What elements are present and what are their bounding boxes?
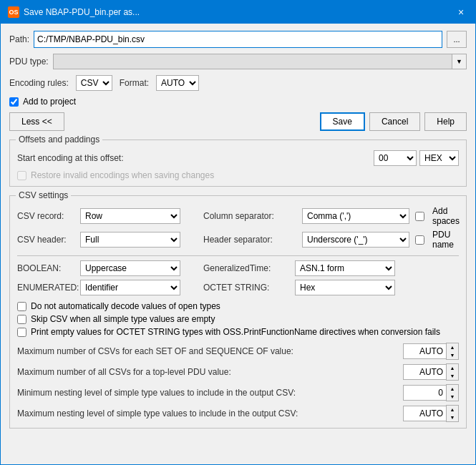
path-input[interactable]: [34, 31, 442, 48]
column-sep-label: Column separator:: [203, 211, 296, 221]
checkbox-row-2: Print empty values for OCTET STRING type…: [17, 327, 459, 337]
boolean-select[interactable]: Uppercase: [80, 260, 180, 276]
encoding-row: Encoding rules: CSV Format: AUTO: [9, 75, 467, 91]
pdu-type-row: PDU type: ▼: [9, 54, 467, 69]
encoding-label: Encoding rules:: [9, 78, 69, 88]
open-types-checkbox[interactable]: [17, 302, 26, 311]
offsets-legend: Offsets and paddings: [16, 134, 102, 145]
offset-format-select[interactable]: HEX: [419, 150, 459, 166]
title-bar: OS Save NBAP-PDU_bin.per as... ×: [1, 1, 475, 24]
open-types-label[interactable]: Do not automatically decode values of op…: [31, 301, 220, 311]
checkbox-group: Do not automatically decode values of op…: [17, 301, 459, 337]
save-button[interactable]: Save: [320, 112, 365, 131]
restore-checkbox[interactable]: [17, 171, 26, 180]
checkbox-row-0: Do not automatically decode values of op…: [17, 301, 459, 311]
title-bar-left: OS Save NBAP-PDU_bin.per as...: [8, 6, 140, 18]
octet-string-select[interactable]: Hex: [295, 280, 395, 295]
action-buttons-row: Less << Save Cancel Help: [9, 112, 467, 131]
max-down-2[interactable]: ▼: [447, 393, 458, 401]
max-input-1[interactable]: [403, 364, 446, 380]
header-sep-label: Header separator:: [203, 235, 296, 245]
max-row-1: Maximum number of all CSVs for a top-lev…: [17, 363, 459, 381]
max-spinbox-3: ▲ ▼: [403, 405, 459, 422]
skip-csv-label[interactable]: Skip CSV when all simple type values are…: [31, 314, 215, 324]
max-row-2: Minimum nesting level of simple type val…: [17, 384, 459, 401]
max-arrows-1: ▲ ▼: [446, 363, 459, 381]
octet-string-label: OCTET STRING:: [203, 283, 289, 293]
offset-value-select[interactable]: 00: [374, 150, 417, 166]
content-area: Path: ... PDU type: ▼ Encoding rules: CS…: [1, 24, 475, 464]
max-up-0[interactable]: ▲: [447, 343, 458, 351]
separator-1: [17, 255, 459, 256]
cancel-button[interactable]: Cancel: [369, 112, 420, 131]
format-label: Format:: [120, 78, 149, 88]
browse-button[interactable]: ...: [447, 31, 467, 48]
add-to-project-row: Add to project: [9, 97, 467, 107]
csv-header-label: CSV header:: [17, 235, 74, 245]
pdu-name-label[interactable]: PDU name: [432, 230, 459, 250]
less-button[interactable]: Less <<: [9, 112, 64, 131]
csv-record-label: CSV record:: [17, 211, 74, 221]
max-label-0: Maximum number of CSVs for each SET OF a…: [17, 346, 403, 356]
format-select[interactable]: AUTO: [156, 75, 199, 91]
max-down-3[interactable]: ▼: [447, 413, 458, 421]
csv-header-select[interactable]: Full: [80, 232, 180, 248]
max-input-2[interactable]: [403, 385, 446, 401]
max-input-3[interactable]: [403, 406, 446, 421]
max-spinbox-1: ▲ ▼: [403, 363, 459, 381]
pdu-type-label: PDU type:: [9, 57, 49, 67]
offset-row: Start encoding at this offset: 00 HEX: [17, 150, 459, 166]
column-sep-select[interactable]: Comma (','): [302, 208, 409, 224]
csv-record-select[interactable]: Row: [80, 208, 180, 224]
offsets-section: Offsets and paddings Start encoding at t…: [9, 140, 467, 187]
add-to-project-label[interactable]: Add to project: [23, 97, 76, 107]
max-arrows-2: ▲ ▼: [446, 384, 459, 401]
main-window: OS Save NBAP-PDU_bin.per as... × Path: .…: [0, 0, 476, 465]
help-button[interactable]: Help: [424, 112, 467, 131]
enumerated-label: ENUMERATED:: [17, 283, 74, 293]
window-title: Save NBAP-PDU_bin.per as...: [24, 7, 140, 17]
max-row-0: Maximum number of CSVs for each SET OF a…: [17, 343, 459, 360]
max-csv-group: Maximum number of CSVs for each SET OF a…: [17, 341, 459, 422]
csv-legend: CSV settings: [16, 190, 71, 200]
max-input-0[interactable]: [403, 343, 446, 359]
add-spaces-label[interactable]: Add spaces: [432, 206, 460, 226]
max-up-1[interactable]: ▲: [447, 364, 458, 372]
max-up-2[interactable]: ▲: [447, 385, 458, 393]
restore-label: Restore invalid encodings when saving ch…: [31, 170, 214, 180]
csv-section: CSV settings CSV record: Row Column sepa…: [9, 195, 467, 429]
print-empty-label[interactable]: Print empty values for OCTET STRING type…: [31, 327, 440, 337]
close-button[interactable]: ×: [454, 5, 468, 19]
max-row-3: Maximum nesting level of simple type val…: [17, 405, 459, 422]
pdu-type-input[interactable]: [53, 54, 452, 69]
max-label-3: Maximum nesting level of simple type val…: [17, 408, 403, 418]
checkbox-row-1: Skip CSV when all simple type values are…: [17, 314, 459, 324]
max-down-1[interactable]: ▼: [447, 372, 458, 380]
pdu-type-dropdown[interactable]: ▼: [452, 54, 467, 69]
gen-time-select[interactable]: ASN.1 form: [295, 260, 395, 276]
max-arrows-3: ▲ ▼: [446, 405, 459, 422]
pdu-name-checkbox[interactable]: [415, 235, 424, 245]
path-label: Path:: [9, 34, 29, 44]
max-spinbox-0: ▲ ▼: [403, 343, 459, 360]
gen-time-label: GeneralizedTime:: [203, 263, 289, 273]
add-spaces-checkbox[interactable]: [415, 212, 424, 221]
header-sep-select[interactable]: Underscore ('_'): [302, 232, 409, 248]
skip-csv-checkbox[interactable]: [17, 315, 26, 324]
print-empty-checkbox[interactable]: [17, 328, 26, 337]
app-icon: OS: [8, 6, 19, 18]
max-arrows-0: ▲ ▼: [446, 343, 459, 360]
max-label-2: Minimum nesting level of simple type val…: [17, 388, 403, 398]
start-encoding-label: Start encoding at this offset:: [17, 153, 124, 163]
pdu-type-wrapper: ▼: [53, 54, 467, 69]
max-down-0[interactable]: ▼: [447, 351, 458, 359]
offset-controls: 00 HEX: [374, 150, 459, 166]
enumerated-select[interactable]: Identifier: [80, 280, 180, 295]
path-row: Path: ...: [9, 31, 467, 48]
boolean-label: BOOLEAN:: [17, 263, 74, 273]
add-to-project-checkbox[interactable]: [9, 97, 19, 107]
encoding-select[interactable]: CSV: [76, 75, 112, 91]
max-label-1: Maximum number of all CSVs for a top-lev…: [17, 367, 403, 377]
max-up-3[interactable]: ▲: [447, 406, 458, 413]
max-spinbox-2: ▲ ▼: [403, 384, 459, 401]
